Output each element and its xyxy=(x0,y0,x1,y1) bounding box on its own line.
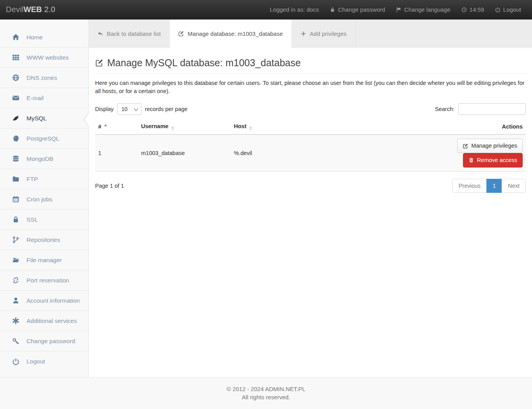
sidebar-item-ftp[interactable]: FTP xyxy=(0,169,88,189)
sidebar-item-change-password[interactable]: Change password xyxy=(0,331,88,351)
user-icon xyxy=(11,297,21,304)
sidebar-item-www-websites[interactable]: WWW websites xyxy=(0,48,88,68)
sidebar: Home WWW websites DNS zones E-mail MySQL… xyxy=(0,19,89,377)
pagination-item: Previous xyxy=(452,179,487,193)
page-summary: Page 1 of 1 xyxy=(95,183,124,189)
column-header-actions: Actions xyxy=(393,121,526,134)
sidebar-item-label: SSL xyxy=(27,216,38,223)
button-label: Manage privileges xyxy=(471,142,517,150)
mysql-dolphin-icon xyxy=(11,115,21,122)
sidebar-item-dns-zones[interactable]: DNS zones xyxy=(0,68,88,88)
sort-both-icon xyxy=(249,126,252,130)
remove-access-button[interactable]: Remove access xyxy=(463,153,523,167)
broken-link-icon xyxy=(11,277,21,284)
tab-label: Back to database list xyxy=(107,30,161,37)
home-icon xyxy=(11,33,21,41)
page-body: Manage MySQL database: m1003_database He… xyxy=(89,48,532,193)
next-page-button[interactable]: Next xyxy=(502,179,526,193)
main-layout: Home WWW websites DNS zones E-mail MySQL… xyxy=(0,19,532,377)
records-per-page-select[interactable]: 10 xyxy=(117,103,141,115)
sidebar-item-label: FTP xyxy=(27,176,38,183)
logged-in-text: Logged in as: docs xyxy=(270,6,319,13)
records-per-page-control: Display 10 records per page xyxy=(95,103,187,115)
active-item-arrow-fill xyxy=(84,113,89,126)
calendar-icon xyxy=(11,196,21,203)
column-header-label: Actions xyxy=(502,123,523,130)
sidebar-item-ssl[interactable]: SSL xyxy=(0,210,88,230)
tab-manage-database[interactable]: Manage database: m1003_database xyxy=(170,19,292,48)
globe-icon xyxy=(11,74,21,81)
sidebar-item-cron-jobs[interactable]: Cron jobs xyxy=(0,189,88,210)
sidebar-item-mongodb[interactable]: MongoDB xyxy=(0,149,88,169)
search-input[interactable] xyxy=(458,103,526,115)
display-label: Display xyxy=(95,106,114,112)
flag-icon xyxy=(396,7,401,12)
sidebar-item-label: Account information xyxy=(27,297,80,304)
sidebar-item-additional-services[interactable]: Additional services xyxy=(0,311,88,331)
sidebar-item-repositories[interactable]: Repositories xyxy=(0,230,88,250)
sidebar-item-label: Port reservation xyxy=(27,277,69,284)
sidebar-item-file-manager[interactable]: File manager xyxy=(0,250,88,270)
sidebar-item-label: DNS zones xyxy=(27,74,57,81)
sidebar-item-home[interactable]: Home xyxy=(0,27,88,48)
cell-actions: Manage privileges Remove access xyxy=(393,134,526,171)
sidebar-item-label: File manager xyxy=(27,257,62,264)
content-area: Back to database list Manage database: m… xyxy=(89,19,532,377)
logged-in-as: Logged in as: docs xyxy=(270,6,319,13)
plus-icon xyxy=(300,31,306,37)
sidebar-item-postgresql[interactable]: PostgreSQL xyxy=(0,129,88,149)
manage-privileges-button[interactable]: Manage privileges xyxy=(457,139,523,153)
sidebar-item-email[interactable]: E-mail xyxy=(0,88,88,108)
records-label: records per page xyxy=(145,106,188,112)
column-header-label: Username xyxy=(141,123,168,129)
previous-page-button[interactable]: Previous xyxy=(452,179,487,193)
reply-icon xyxy=(97,31,103,37)
sidebar-item-mysql[interactable]: MySQL xyxy=(0,108,88,129)
sidebar-item-logout[interactable]: Logout xyxy=(0,351,88,372)
edit-icon xyxy=(463,143,468,149)
sidebar-menu: Home WWW websites DNS zones E-mail MySQL… xyxy=(0,27,88,372)
sidebar-item-port-reservation[interactable]: Port reservation xyxy=(0,270,88,291)
sidebar-item-label: WWW websites xyxy=(27,54,69,61)
sidebar-item-label: MongoDB xyxy=(27,155,53,162)
column-header-label: # xyxy=(98,123,101,130)
topbar-change-language-label: Change language xyxy=(404,6,450,13)
grid-icon xyxy=(11,54,21,61)
pagination: Previous 1 Next xyxy=(452,179,526,193)
column-header-username[interactable]: Username xyxy=(138,121,231,134)
brand-logo[interactable]: DevilWEB 2.0 xyxy=(0,5,55,14)
column-header-label: Host xyxy=(234,123,246,129)
search-control: Search: xyxy=(435,103,526,115)
search-label: Search: xyxy=(435,106,454,112)
column-header-num[interactable]: # xyxy=(95,121,138,134)
sidebar-item-label: MySQL xyxy=(27,115,47,122)
postgresql-elephant-icon xyxy=(11,135,21,142)
column-header-host[interactable]: Host xyxy=(231,121,393,134)
page-title: Manage MySQL database: m1003_database xyxy=(95,53,526,74)
topbar-change-password-label: Change password xyxy=(338,6,385,13)
cell-username: m1003_database xyxy=(138,134,231,171)
table-header-row: # Username Host Actions xyxy=(95,121,526,134)
power-icon xyxy=(495,7,500,12)
lock-icon xyxy=(11,216,21,223)
topbar-change-language[interactable]: Change language xyxy=(396,6,450,13)
sort-ascending-icon xyxy=(104,124,107,126)
tab-label: Add privileges xyxy=(310,30,346,37)
topbar-logout[interactable]: Logout xyxy=(495,6,521,13)
clock-icon xyxy=(461,7,467,12)
footer: © 2012 - 2024 ADMIN.NET.PL All rights re… xyxy=(0,377,532,409)
page-1-button[interactable]: 1 xyxy=(486,179,502,193)
sidebar-item-label: Repositories xyxy=(27,236,60,243)
tab-add-privileges[interactable]: Add privileges xyxy=(292,19,355,48)
topbar: DevilWEB 2.0 Logged in as: docs Change p… xyxy=(0,0,532,19)
sort-both-icon xyxy=(171,126,174,130)
cell-num: 1 xyxy=(95,134,138,171)
brand-bold: WEB xyxy=(23,5,42,14)
page-title-text: Manage MySQL database: m1003_database xyxy=(107,57,301,69)
topbar-change-password[interactable]: Change password xyxy=(330,6,385,13)
envelope-icon xyxy=(11,94,21,102)
privileges-table: # Username Host Actions 1 m1003_database… xyxy=(95,121,526,172)
tab-label: Manage database: m1003_database xyxy=(187,30,283,37)
tab-back-to-database-list[interactable]: Back to database list xyxy=(89,19,170,48)
sidebar-item-account-information[interactable]: Account information xyxy=(0,291,88,311)
